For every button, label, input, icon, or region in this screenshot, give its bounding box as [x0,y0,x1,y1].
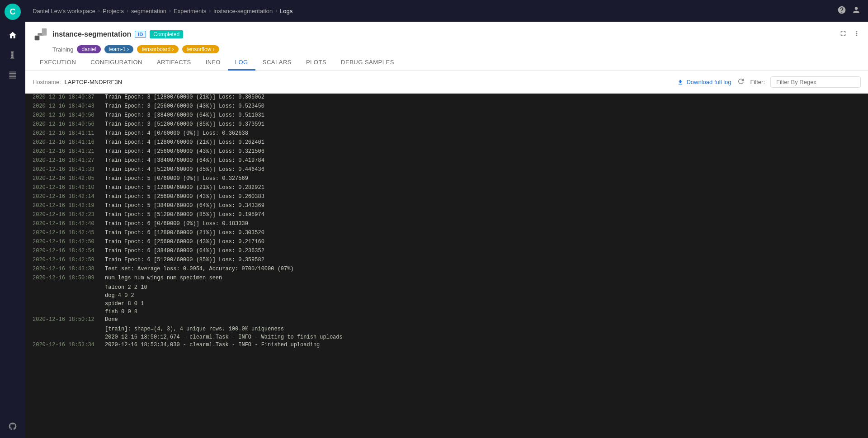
log-timestamp: 2020-12-16 18:42:19 [33,203,105,211]
tag-daniel[interactable]: daniel [77,45,100,53]
log-message: Train Epoch: 5 [0/60000 (0%)] Loss: 0.32… [105,175,248,184]
breadcrumb-projects[interactable]: Projects [103,8,124,14]
log-message: fish 0 0 8 [105,309,137,315]
sidebar-item-home[interactable] [5,27,21,43]
log-timestamp: 2020-12-16 18:42:59 [33,257,105,265]
log-timestamp: 2020-12-16 18:50:12 [33,316,105,325]
help-icon[interactable] [837,5,846,16]
breadcrumb-instance-seg[interactable]: instance-segmentation [213,8,273,14]
log-toolbar: Hostname: LAPTOP-MNDPRF3N Download full … [25,71,868,94]
log-timestamp: 2020-12-16 18:42:40 [33,221,105,229]
log-timestamp: 2020-12-16 18:42:14 [33,193,105,202]
log-line: 2020-12-16 18:41:33Train Epoch: 4 [51200… [25,166,868,175]
log-timestamp: 2020-12-16 18:41:11 [33,130,105,138]
breadcrumb-logs: Logs [280,8,292,14]
breadcrumb-segmentation[interactable]: segmentation [131,8,166,14]
content-area: Hostname: LAPTOP-MNDPRF3N Download full … [25,71,868,438]
hostname-value: LAPTOP-MNDPRF3N [65,79,123,85]
log-message: Train Epoch: 4 [51200/60000 (85%)] Loss:… [105,166,264,174]
log-message: num_legs num_wings num_specimen_seen [105,275,222,283]
log-message: Train Epoch: 6 [51200/60000 (85%)] Loss:… [105,257,264,265]
tag-team[interactable]: team-1 › [104,45,134,53]
sidebar-item-experiments[interactable] [5,47,21,63]
log-message: Train Epoch: 5 [38400/60000 (64%)] Loss:… [105,203,264,211]
tab-execution[interactable]: EXECUTION [33,55,83,71]
tabs: EXECUTION CONFIGURATION ARTIFACTS INFO L… [33,55,861,71]
download-log-button[interactable]: Download full log [677,79,731,85]
log-timestamp: 2020-12-16 18:42:45 [33,230,105,238]
log-toolbar-right: Download full log Filter: [677,76,861,88]
breadcrumb-sep-3: › [169,8,171,14]
breadcrumb-workspace[interactable]: Daniel Lew's workspace [33,8,95,14]
tab-scalars[interactable]: SCALARS [255,55,299,71]
log-message: Train Epoch: 4 [0/60000 (0%)] Loss: 0.36… [105,130,248,138]
log-message: Done [105,316,118,325]
main-content: Daniel Lew's workspace › Projects › segm… [25,0,868,438]
badge-status: Completed [150,30,183,38]
log-line: 2020-12-16 18:53:342020-12-16 18:53:34,0… [25,341,868,350]
tab-log[interactable]: LOG [228,55,255,71]
log-container[interactable]: 2020-12-16 18:40:37Train Epoch: 3 [12800… [25,94,868,438]
log-line: 2020-12-16 18:40:37Train Epoch: 3 [12800… [25,94,868,103]
log-message: Train Epoch: 6 [0/60000 (0%)] Loss: 0.18… [105,221,248,229]
tag-tensorboard[interactable]: tensorboard › [137,45,178,53]
log-line-continuation: fish 0 0 8 [25,308,868,316]
log-message: Train Epoch: 5 [51200/60000 (85%)] Loss:… [105,212,264,220]
tab-artifacts[interactable]: ARTIFACTS [150,55,198,71]
hostname-label: Hostname: [33,79,61,85]
log-line: 2020-12-16 18:40:56Train Epoch: 3 [51200… [25,121,868,130]
breadcrumb-experiments[interactable]: Experiments [174,8,206,14]
log-message: Test set: Average loss: 0.0954, Accuracy… [105,266,294,274]
tab-info[interactable]: INFO [198,55,228,71]
log-timestamp: 2020-12-16 18:42:05 [33,175,105,184]
log-line: 2020-12-16 18:40:43Train Epoch: 3 [25600… [25,103,868,112]
log-line-continuation: spider 8 0 1 [25,300,868,308]
log-line: 2020-12-16 18:41:11Train Epoch: 4 [0/600… [25,130,868,139]
experiment-title: instance-segmentation [52,30,131,38]
log-line: 2020-12-16 18:50:12Done [25,316,868,325]
sidebar: C [0,0,25,438]
log-timestamp: 2020-12-16 18:41:33 [33,166,105,174]
breadcrumb-sep-5: › [275,8,277,14]
top-nav-actions [837,5,861,16]
log-message: Train Epoch: 3 [51200/60000 (85%)] Loss:… [105,121,264,129]
training-label: Training [52,46,73,53]
experiment-header: instance-segmentation ID Completed Train… [25,22,868,71]
app-logo[interactable]: C [5,4,21,20]
log-message: Train Epoch: 6 [38400/60000 (64%)] Loss:… [105,248,264,256]
svg-rect-2 [42,28,47,36]
log-line-continuation: 2020-12-16 18:50:12,674 - clearml.Task -… [25,333,868,341]
user-icon[interactable] [852,5,861,16]
refresh-button[interactable] [737,77,745,87]
expand-icon[interactable] [839,29,847,39]
log-timestamp: 2020-12-16 18:42:23 [33,212,105,220]
log-message: Train Epoch: 3 [12800/60000 (21%)] Loss:… [105,94,264,102]
log-timestamp: 2020-12-16 18:41:21 [33,148,105,156]
tab-debug-samples[interactable]: DEBUG SAMPLES [334,55,401,71]
tag-tensorflow[interactable]: tensorflow › [182,45,219,53]
log-line: 2020-12-16 18:42:50Train Epoch: 6 [25600… [25,238,868,247]
log-line: 2020-12-16 18:40:50Train Epoch: 3 [38400… [25,112,868,121]
sidebar-item-github[interactable] [5,418,21,434]
log-message: Train Epoch: 4 [12800/60000 (21%)] Loss:… [105,139,264,147]
log-timestamp: 2020-12-16 18:42:50 [33,239,105,247]
log-message: Train Epoch: 3 [25600/60000 (43%)] Loss:… [105,103,264,111]
log-timestamp: 2020-12-16 18:41:27 [33,157,105,165]
log-line-continuation: [train]: shape=(4, 3), 4 unique rows, 10… [25,325,868,333]
log-line: 2020-12-16 18:42:10Train Epoch: 5 [12800… [25,184,868,193]
sidebar-item-data[interactable] [5,67,21,83]
log-line: 2020-12-16 18:41:16Train Epoch: 4 [12800… [25,139,868,148]
log-line: 2020-12-16 18:43:38Test set: Average los… [25,265,868,274]
log-message: Train Epoch: 6 [25600/60000 (43%)] Loss:… [105,239,264,247]
log-line: 2020-12-16 18:42:45Train Epoch: 6 [12800… [25,229,868,238]
tab-plots[interactable]: PLOTS [299,55,334,71]
filter-input[interactable] [770,76,861,88]
log-timestamp: 2020-12-16 18:50:09 [33,275,105,283]
log-message: falcon 2 2 10 [105,284,147,291]
breadcrumb-sep-4: › [209,8,211,14]
log-message: 2020-12-16 18:53:34,030 - clearml.Task -… [105,342,320,350]
log-message: Train Epoch: 4 [38400/60000 (64%)] Loss:… [105,157,264,165]
menu-icon[interactable] [853,29,861,39]
log-line: 2020-12-16 18:42:40Train Epoch: 6 [0/600… [25,220,868,229]
tab-configuration[interactable]: CONFIGURATION [83,55,150,71]
